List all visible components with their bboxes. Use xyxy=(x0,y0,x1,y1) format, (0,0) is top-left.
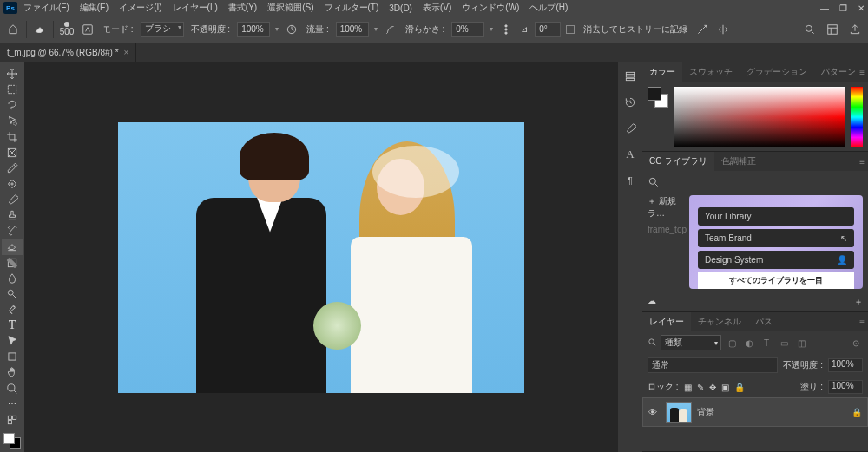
patterns-tab[interactable]: パターン xyxy=(814,62,863,82)
eraser-tool-icon[interactable] xyxy=(32,22,48,37)
frame-tool[interactable] xyxy=(2,145,23,160)
collapsed-panel-icon[interactable] xyxy=(621,68,639,85)
gradients-tab[interactable]: グラデーション xyxy=(740,62,814,82)
menu-filter[interactable]: フィルター(T) xyxy=(320,0,384,16)
lib-design-system[interactable]: Design System👤 xyxy=(698,251,854,269)
lib-asset-name[interactable]: frame_top xyxy=(648,225,684,234)
menu-image[interactable]: イメージ(I) xyxy=(115,0,166,16)
brushes-panel-icon[interactable] xyxy=(621,120,639,137)
fill-input[interactable]: 100% xyxy=(828,380,863,394)
smoothing-input[interactable]: 0% xyxy=(451,22,484,37)
menu-3d[interactable]: 3D(D) xyxy=(385,2,417,15)
menu-type[interactable]: 書式(Y) xyxy=(224,0,261,16)
color-panel-menu-icon[interactable]: ≡ xyxy=(859,68,865,77)
symmetry-icon[interactable] xyxy=(715,22,731,37)
smoothing-options-icon[interactable] xyxy=(498,22,514,37)
angle-input[interactable]: 0° xyxy=(535,22,561,37)
filter-smart-icon[interactable]: ◫ xyxy=(794,336,808,350)
lock-paint-icon[interactable]: ✎ xyxy=(697,383,704,392)
brush-preview-icon[interactable]: 500 xyxy=(59,22,75,37)
lock-position-icon[interactable]: ✥ xyxy=(709,383,716,392)
hue-slider[interactable] xyxy=(851,87,863,147)
document-tab[interactable]: t_m.jpg @ 66.7% (RGB/8#) * × xyxy=(0,43,136,62)
color-tab[interactable]: カラー xyxy=(642,62,682,82)
character-panel-icon[interactable]: A xyxy=(621,146,639,163)
window-restore-icon[interactable]: ❐ xyxy=(839,3,847,13)
healing-tool[interactable] xyxy=(2,176,23,192)
paragraph-panel-icon[interactable]: ¶ xyxy=(621,172,639,189)
layer-filter-dropdown[interactable]: 種類 xyxy=(661,335,721,350)
eraser-tool[interactable] xyxy=(2,239,23,254)
airbrush-icon[interactable] xyxy=(383,22,398,37)
menu-file[interactable]: ファイル(F) xyxy=(19,0,74,16)
cloud-icon[interactable]: ☁ xyxy=(648,296,656,308)
filter-pixel-icon[interactable]: ▢ xyxy=(725,336,739,350)
color-swatch[interactable] xyxy=(3,433,21,449)
menu-view[interactable]: 表示(V) xyxy=(418,0,456,16)
blend-mode-dropdown[interactable]: 通常 xyxy=(648,357,778,373)
menu-help[interactable]: ヘルプ(H) xyxy=(525,0,572,16)
workspace-icon[interactable] xyxy=(825,22,840,37)
eyedropper-tool[interactable] xyxy=(2,160,23,176)
layer-item-background[interactable]: 👁 背景 🔒 xyxy=(642,397,868,427)
filter-toggle[interactable]: ⊙ xyxy=(849,336,863,350)
add-icon[interactable]: ＋ xyxy=(854,296,863,308)
paths-tab[interactable]: パス xyxy=(748,312,779,331)
pen-tool[interactable] xyxy=(2,302,23,318)
canvas-area[interactable] xyxy=(24,62,618,452)
path-select-tool[interactable] xyxy=(2,333,23,349)
filter-adjust-icon[interactable]: ◐ xyxy=(742,336,756,350)
menu-window[interactable]: ウィンドウ(W) xyxy=(457,0,523,16)
marquee-tool[interactable] xyxy=(2,82,23,97)
lasso-tool[interactable] xyxy=(2,97,23,113)
history-brush-tool[interactable] xyxy=(2,223,23,239)
lib-panel-menu-icon[interactable]: ≡ xyxy=(859,157,865,167)
swatches-tab[interactable]: スウォッチ xyxy=(682,62,740,82)
visibility-icon[interactable]: 👁 xyxy=(648,408,661,417)
share-icon[interactable] xyxy=(847,22,863,37)
opacity-pressure-icon[interactable] xyxy=(284,22,299,37)
history-panel-icon[interactable] xyxy=(621,94,639,111)
menu-layer[interactable]: レイヤー(L) xyxy=(168,0,222,16)
brush-tool[interactable] xyxy=(2,192,23,207)
edit-toolbar[interactable] xyxy=(2,412,23,428)
lib-team-brand[interactable]: Team Brand↖ xyxy=(698,229,854,247)
gradient-tool[interactable] xyxy=(2,255,23,271)
lock-transparent-icon[interactable]: ▦ xyxy=(684,383,692,392)
hand-tool[interactable] xyxy=(2,364,23,380)
menu-edit[interactable]: 編集(E) xyxy=(76,0,113,16)
document-tab-close-icon[interactable]: × xyxy=(124,48,129,57)
lib-your-library[interactable]: Your Library xyxy=(698,207,854,226)
layer-panel-menu-icon[interactable]: ≡ xyxy=(859,318,865,327)
search-icon[interactable] xyxy=(802,22,818,37)
filter-shape-icon[interactable]: ▭ xyxy=(777,336,791,350)
window-close-icon[interactable]: ✕ xyxy=(858,3,865,13)
cc-libraries-tab[interactable]: CC ライブラリ xyxy=(642,152,714,171)
dodge-tool[interactable] xyxy=(2,286,23,302)
window-minimize-icon[interactable]: — xyxy=(820,3,829,13)
channels-tab[interactable]: チャンネル xyxy=(691,312,748,331)
opacity-input[interactable]: 100% xyxy=(237,22,270,37)
new-library-button[interactable]: ＋ 新規ラ… xyxy=(648,195,684,219)
mode-dropdown[interactable]: ブラシ xyxy=(141,22,184,37)
adjustments-tab[interactable]: 色調補正 xyxy=(714,152,763,171)
lock-all-icon[interactable]: 🔒 xyxy=(734,383,745,392)
brush-panel-icon[interactable] xyxy=(80,22,95,37)
blur-tool[interactable] xyxy=(2,271,23,286)
home-icon[interactable] xyxy=(5,22,21,37)
erase-history-checkbox[interactable] xyxy=(566,25,575,34)
tablet-pressure-icon[interactable] xyxy=(694,22,710,37)
crop-tool[interactable] xyxy=(2,129,23,145)
shape-tool[interactable] xyxy=(2,349,23,364)
quick-select-tool[interactable] xyxy=(2,113,23,128)
layers-tab[interactable]: レイヤー xyxy=(642,312,691,331)
move-tool[interactable] xyxy=(2,66,23,82)
lock-artboard-icon[interactable]: ▣ xyxy=(721,383,729,392)
panel-color-swatch[interactable] xyxy=(648,87,668,108)
zoom-tool[interactable] xyxy=(2,381,23,396)
toolbar-more[interactable]: ⋯ xyxy=(2,396,23,412)
filter-type-icon[interactable]: T xyxy=(760,336,773,350)
color-spectrum[interactable] xyxy=(674,87,845,147)
type-tool[interactable]: T xyxy=(2,318,23,333)
layer-opacity-input[interactable]: 100% xyxy=(828,358,863,372)
